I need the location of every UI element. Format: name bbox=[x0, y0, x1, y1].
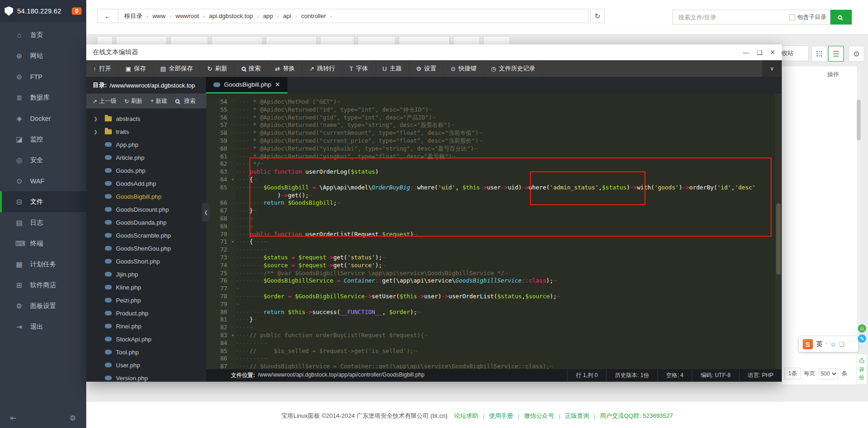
sidebar-item-监控[interactable]: ◪监控 bbox=[0, 129, 86, 150]
breadcrumb-segment[interactable]: api bbox=[283, 13, 291, 19]
footer-link[interactable]: 论坛求助 bbox=[454, 412, 478, 420]
ime-icon-2[interactable]: ❏ bbox=[839, 341, 844, 348]
toolbar-search-button[interactable]: 搜索 bbox=[235, 60, 268, 77]
sidebar-item-FTP[interactable]: ⊜FTP bbox=[0, 66, 86, 87]
tree-item[interactable]: App.php bbox=[86, 138, 206, 151]
fold-arrow-icon[interactable]: ▾ bbox=[231, 176, 234, 184]
tree-item[interactable]: ❯traits bbox=[86, 125, 206, 138]
toolbar-refresh-button[interactable]: ↻刷新 bbox=[200, 60, 235, 77]
minimize-icon[interactable]: — bbox=[743, 49, 749, 56]
tree-item[interactable]: Kline.php bbox=[86, 281, 206, 294]
tree-新建-button[interactable]: +新建 bbox=[150, 97, 167, 105]
sogou-logo-icon[interactable]: S bbox=[803, 339, 813, 349]
back-button[interactable]: ← bbox=[97, 9, 118, 23]
footer-link[interactable]: 用户交流QQ群: 523693527 bbox=[600, 412, 673, 420]
sidebar-item-首页[interactable]: ⌂首页 bbox=[0, 25, 86, 45]
tree-item[interactable]: GoodsShort.php bbox=[86, 255, 206, 268]
editor-scrollbar-thumb[interactable] bbox=[776, 203, 781, 275]
toolbar-more-button chevron-down-icon[interactable]: ∨ bbox=[762, 60, 782, 77]
tree-item[interactable]: StockApi.php bbox=[86, 333, 206, 346]
breadcrumb-segment[interactable]: www bbox=[153, 13, 166, 19]
tree-collapse-handle[interactable]: ❮ bbox=[202, 203, 210, 221]
tree-item[interactable]: GoodsAdd.php bbox=[86, 177, 206, 190]
grid-view-button[interactable] bbox=[811, 46, 827, 62]
sidebar-item-面板设置[interactable]: ⚙面板设置 bbox=[0, 296, 86, 316]
sidebar-item-文件[interactable]: ⊟文件 bbox=[0, 191, 86, 212]
sidebar-item-安全[interactable]: ◎安全 bbox=[0, 150, 86, 170]
sidebar-item-网站[interactable]: ⊕网站 bbox=[0, 45, 86, 66]
search-input[interactable] bbox=[677, 13, 789, 21]
tree-item[interactable]: Article.php bbox=[86, 151, 206, 164]
toolbar-hotkeys-button[interactable]: ⊙快捷键 bbox=[444, 60, 484, 77]
include-subdir-checkbox[interactable]: 包含子目录 bbox=[789, 13, 827, 21]
tree-item[interactable]: Jijin.php bbox=[86, 268, 206, 281]
sidebar-item-Docker[interactable]: ◈Docker bbox=[0, 108, 86, 129]
editor-scrollbar[interactable] bbox=[775, 94, 782, 369]
breadcrumb-segment[interactable]: wwwroot bbox=[176, 13, 199, 19]
toolbar-font-button[interactable]: T字体 bbox=[343, 60, 376, 77]
collapse-sidebar-icon[interactable]: ⇤ bbox=[10, 414, 16, 422]
tree-item[interactable]: ❯abstracts bbox=[86, 112, 206, 125]
toolbar-theme-button[interactable]: U主题 bbox=[376, 60, 409, 77]
message-count-badge[interactable]: 0 bbox=[72, 7, 82, 15]
tree-item[interactable]: Peizi.php bbox=[86, 294, 206, 307]
tree-item[interactable]: User.php bbox=[86, 359, 206, 371]
sidebar-item-退出[interactable]: ⇥退出 bbox=[0, 316, 86, 337]
ime-language[interactable]: 英 bbox=[816, 340, 823, 348]
tree-item[interactable]: GoodsShenGou.php bbox=[86, 242, 206, 255]
per-page-select[interactable]: 500 bbox=[818, 368, 838, 379]
ime-icon-0[interactable]: ’ bbox=[826, 341, 827, 348]
tab-close-icon[interactable]: ✕ bbox=[275, 81, 280, 88]
close-icon[interactable]: ✕ bbox=[770, 49, 775, 56]
toolbar-replace-button[interactable]: ⇄替换 bbox=[268, 60, 302, 77]
tree-item[interactable]: GoodsScramble.php bbox=[86, 229, 206, 242]
breadcrumb-segment[interactable]: 根目录 bbox=[124, 12, 142, 20]
fold-arrow-icon[interactable]: ▾ bbox=[231, 238, 234, 246]
sidebar-item-数据库[interactable]: ≣数据库 bbox=[0, 87, 86, 108]
checkbox-icon[interactable] bbox=[789, 14, 795, 20]
tree-item[interactable]: GoodsDiscount.php bbox=[86, 203, 206, 216]
ime-icon-1[interactable]: ☺ bbox=[830, 341, 836, 348]
file-tab[interactable]: GoodsBigbill.php ✕ bbox=[206, 77, 287, 94]
search-button[interactable] bbox=[830, 10, 852, 25]
sidebar-item-终端[interactable]: ⌨终端 bbox=[0, 233, 86, 254]
sidebar-item-日志[interactable]: ▤日志 bbox=[0, 212, 86, 233]
view-settings-button[interactable]: ⚙ bbox=[849, 46, 864, 62]
breadcrumb-segment[interactable]: controller bbox=[301, 13, 326, 19]
tree-搜索-button[interactable]: 搜索 bbox=[175, 97, 196, 105]
ime-toolbar[interactable]: S 英 ’☺❏ bbox=[799, 336, 858, 352]
toolbar-save-button[interactable]: ▣保存 bbox=[119, 60, 153, 77]
code-editor[interactable]: 54···· * @Apidoc\Method ("GET")¬55···· *… bbox=[206, 94, 782, 369]
tree-item[interactable]: Rinei.php bbox=[86, 320, 206, 333]
sidebar-item-软件商店[interactable]: ⊞软件商店 bbox=[0, 275, 86, 296]
footer-link[interactable]: 使用手册 bbox=[489, 412, 513, 420]
tree-item[interactable]: GoodsBigbill.php bbox=[86, 190, 206, 203]
tree-item[interactable]: Product.php bbox=[86, 307, 206, 320]
toolbar-goto-line-button[interactable]: ↗跳转行 bbox=[302, 60, 343, 77]
toolbar-open-button[interactable]: ↑打开 bbox=[86, 60, 119, 77]
tree-item[interactable]: Goods.php bbox=[86, 164, 206, 177]
tree-item[interactable]: GoodsDuanda.php bbox=[86, 216, 206, 229]
tree-上一级-button[interactable]: ↗上一级 bbox=[92, 97, 116, 105]
footer-link[interactable]: 微信公众号 bbox=[524, 412, 554, 420]
list-view-button[interactable]: ☰ bbox=[828, 46, 844, 62]
maximize-icon[interactable]: ❏ bbox=[757, 49, 763, 56]
toolbar-settings-button[interactable]: ⚙设置 bbox=[409, 60, 444, 77]
toolbar-history-button[interactable]: ◷文件历史记录 bbox=[484, 60, 542, 77]
path-refresh-button[interactable]: ↻ bbox=[590, 9, 605, 23]
scrollbar-thumb[interactable] bbox=[857, 100, 861, 140]
breadcrumb-segment[interactable]: api.dgbstock.top bbox=[209, 13, 253, 19]
sidebar-item-计划任务[interactable]: ▦计划任务 bbox=[0, 254, 86, 275]
breadcrumb-segment[interactable]: app bbox=[263, 13, 273, 19]
footer-link[interactable]: 正版查询 bbox=[565, 412, 589, 420]
tree-item[interactable]: Version.php bbox=[86, 371, 206, 382]
tree-item[interactable]: Tool.php bbox=[86, 346, 206, 359]
edit-note-icon[interactable]: ✎ bbox=[858, 334, 866, 343]
toolbar-save-all-button[interactable]: ▤全部保存 bbox=[153, 60, 200, 77]
feedback-tab[interactable]: 凸 评价 bbox=[856, 354, 867, 384]
feedback-smile-icon[interactable]: ☺ bbox=[858, 324, 866, 333]
sidebar-header[interactable]: 54.180.229.62 0 bbox=[0, 0, 86, 22]
fold-arrow-icon[interactable]: ▾ bbox=[231, 332, 234, 340]
tree-刷新-button[interactable]: ↻刷新 bbox=[124, 97, 142, 105]
sidebar-item-WAF[interactable]: ⊙WAF bbox=[0, 170, 86, 191]
